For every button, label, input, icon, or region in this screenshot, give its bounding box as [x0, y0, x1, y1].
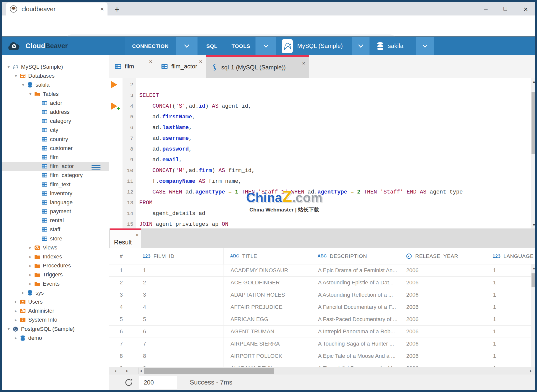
data-cell[interactable]: 1	[486, 326, 537, 338]
tree-item-sys[interactable]: ▸sys	[0, 288, 109, 297]
data-cell[interactable]: A Astounding Reflection of a ...	[311, 289, 399, 301]
data-cell[interactable]: ACADEMY DINOSAUR	[224, 264, 311, 276]
data-cell[interactable]: 1	[136, 264, 224, 276]
data-cell[interactable]: 1	[486, 338, 537, 350]
code-line[interactable]	[139, 79, 530, 90]
data-cell[interactable]: 2006	[399, 326, 486, 338]
tree-item-mysql-sample-[interactable]: ▾MySQL (Sample)	[0, 62, 109, 71]
tree-item-store[interactable]: store	[0, 234, 109, 243]
run-query-button[interactable]	[111, 81, 117, 88]
data-cell[interactable]: 2006	[399, 264, 486, 276]
caret-right-icon[interactable]: ▸	[27, 254, 34, 259]
fetch-size-input[interactable]	[139, 376, 177, 389]
result-row[interactable]: 99ALABAMA DEVILA Thoughtful Panorama of …	[109, 362, 537, 367]
tree-item-postgresql-sample-[interactable]: ▾PostgreSQL (Sample)	[0, 324, 109, 333]
data-cell[interactable]: A Thoughtful Panorama of a M...	[311, 362, 399, 367]
connection-selector[interactable]: MySQL (Sample)	[276, 37, 352, 55]
tree-item-events[interactable]: ▸Events	[0, 279, 109, 288]
row-number-cell[interactable]: 9	[109, 362, 136, 367]
connection-menu-button[interactable]: CONNECTION	[125, 37, 176, 55]
caret-right-icon[interactable]: ▸	[12, 308, 20, 314]
code-line[interactable]: ad.username,	[139, 133, 530, 144]
run-query-button[interactable]	[111, 103, 117, 110]
code-line[interactable]: ad.password,	[139, 144, 530, 155]
tree-item-language[interactable]: language	[0, 198, 109, 207]
code-line[interactable]: JOIN agent_privileges ap ON	[139, 219, 530, 228]
row-number-cell[interactable]: 4	[109, 301, 136, 313]
data-cell[interactable]: ACE GOLDFINGER	[224, 277, 311, 289]
data-cell[interactable]: ADAPTATION HOLES	[224, 289, 311, 301]
code-line[interactable]: CONCAT('M',ad.firm) AS firm_id,	[139, 165, 530, 176]
item-menu-icon[interactable]	[92, 164, 100, 171]
result-grid[interactable]: 11ACADEMY DINOSAURA Epic Drama of a Femi…	[109, 264, 537, 367]
tree-item-demo[interactable]: ▸demo	[0, 334, 109, 343]
data-cell[interactable]: AFRICAN EGG	[224, 313, 311, 325]
tree-item-category[interactable]: category	[0, 117, 109, 126]
row-number-cell[interactable]: 6	[109, 326, 136, 338]
database-selector[interactable]: sakila	[370, 37, 416, 55]
column-header-title[interactable]: ABCTITLE	[224, 248, 311, 264]
result-row[interactable]: 33ADAPTATION HOLESA Astounding Reflectio…	[109, 289, 537, 301]
data-cell[interactable]: 1	[486, 350, 537, 362]
data-cell[interactable]: 2006	[399, 338, 486, 350]
caret-right-icon[interactable]: ▸	[27, 263, 34, 268]
tree-item-databases[interactable]: ▾Databases	[0, 71, 109, 80]
tree-item-system-info[interactable]: ▸System Info	[0, 315, 109, 324]
result-row[interactable]: 77AIRPLANE SIERRAA Touching Saga of a Hu…	[109, 338, 537, 350]
row-number-cell[interactable]: 2	[109, 277, 136, 289]
data-cell[interactable]: 7	[136, 338, 224, 350]
caret-right-icon[interactable]: ▸	[12, 335, 20, 341]
data-cell[interactable]: A Epic Drama of a Feminist An...	[311, 264, 399, 276]
refresh-icon[interactable]	[124, 378, 134, 389]
grid-horizontal-scrollbar[interactable]: ◂ ▸ ◂ ▸	[109, 367, 537, 375]
caret-down-icon[interactable]: ▾	[5, 326, 12, 332]
result-row[interactable]: 22ACE GOLDFINGERA Astounding Epistle of …	[109, 277, 537, 289]
editor-tab-film-actor[interactable]: film_actor×	[156, 55, 206, 78]
result-tab[interactable]: Result ×	[110, 228, 141, 248]
data-cell[interactable]: AIRPLANE SIERRA	[224, 338, 311, 350]
caret-down-icon[interactable]: ▾	[20, 82, 27, 88]
data-cell[interactable]: 1	[486, 289, 537, 301]
data-cell[interactable]: 2006	[399, 277, 486, 289]
row-number-cell[interactable]: 5	[109, 313, 136, 325]
result-tab-close-icon[interactable]: ×	[136, 232, 139, 238]
column-header-release_year[interactable]: RELEASE_YEAR	[399, 248, 486, 264]
caret-right-icon[interactable]: ▸	[12, 317, 20, 323]
data-cell[interactable]: 1	[486, 264, 537, 276]
tree-item-payment[interactable]: payment	[0, 207, 109, 216]
code-line[interactable]: CASE WHEN ad.agentType = 1 THEN 'Staff 1…	[139, 187, 530, 197]
horizontal-scroll-thumb[interactable]	[144, 368, 274, 374]
sql-editor[interactable]: + 23456789101112131415 SELECT CONCAT('S'…	[109, 78, 537, 228]
data-cell[interactable]: AFFAIR PREJUDICE	[224, 301, 311, 313]
data-cell[interactable]: 1	[486, 277, 537, 289]
data-cell[interactable]: ALABAMA DEVIL	[224, 362, 311, 367]
data-cell[interactable]: A Fanciful Documentary of a F...	[311, 301, 399, 313]
caret-right-icon[interactable]: ▸	[20, 290, 27, 295]
new-tab-button[interactable]: +	[114, 4, 120, 14]
tab-close-icon[interactable]: ×	[302, 60, 305, 67]
database-dropdown[interactable]	[416, 37, 434, 55]
data-cell[interactable]: 6	[136, 326, 224, 338]
connection-switch-dropdown[interactable]	[352, 37, 370, 55]
row-number-cell[interactable]: 7	[109, 338, 136, 350]
column-header-description[interactable]: ABCDESCRIPTION	[311, 248, 399, 264]
tree-item-rental[interactable]: rental	[0, 216, 109, 225]
code-line[interactable]: ad.firstName,	[139, 112, 530, 122]
tree-item-film[interactable]: film	[0, 153, 109, 162]
caret-right-icon[interactable]: ▸	[12, 299, 20, 304]
code-line[interactable]: ad.email,	[139, 155, 530, 165]
data-cell[interactable]: A Touching Saga of a Hunter ...	[311, 338, 399, 350]
data-cell[interactable]: 2006	[399, 313, 486, 325]
data-cell[interactable]: AIRPORT POLLOCK	[224, 350, 311, 362]
tree-item-administer[interactable]: ▸Administer	[0, 306, 109, 315]
scroll-right-icon[interactable]: ▸	[526, 367, 536, 375]
data-cell[interactable]: 5	[136, 313, 224, 325]
data-cell[interactable]: 8	[136, 350, 224, 362]
data-cell[interactable]: 2006	[399, 301, 486, 313]
data-cell[interactable]: 1	[486, 301, 537, 313]
data-cell[interactable]: 2006	[399, 289, 486, 301]
code-line[interactable]: f.companyName AS firm_name,	[139, 176, 530, 187]
column-header-rownum[interactable]: #	[109, 248, 136, 264]
code-line[interactable]: agent_details ad	[139, 208, 530, 219]
tree-item-procedures[interactable]: ▸Procedures	[0, 261, 109, 270]
